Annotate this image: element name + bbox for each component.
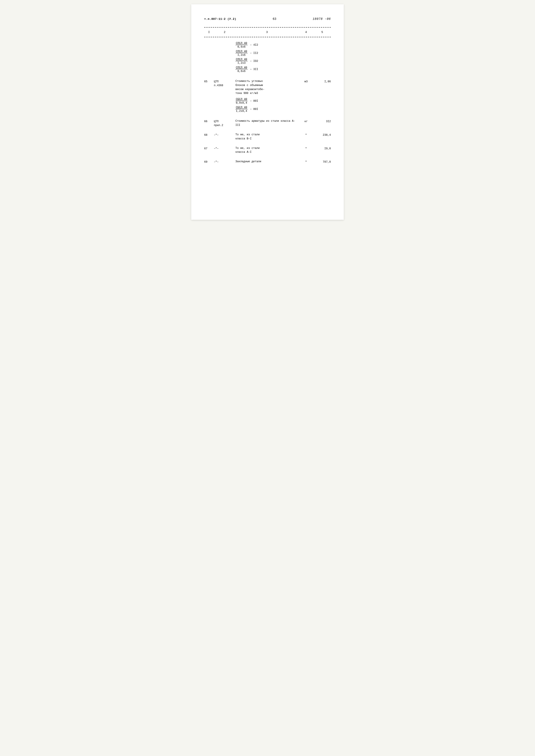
- header-right: 18078 -06: [313, 17, 331, 21]
- fraction-den-3: I,2х3: [237, 61, 246, 65]
- row-unit-68: ": [298, 133, 314, 137]
- formula-sbsl-80i-1: СБСЛ 40 0,9х0,4 – 80I: [236, 98, 296, 105]
- fraction-spsl-40-1: СПСЛ 40 0,6х6: [236, 42, 248, 49]
- row-val-spsl: [314, 42, 331, 42]
- table-row-67: 67 –"– То же, из сталикласса А–I " I9,8: [204, 146, 331, 155]
- formula-suffix-4: – 3II: [248, 68, 258, 72]
- fraction-sbsl-den-1: 0,9х0,4: [236, 101, 248, 105]
- row-num: [204, 42, 214, 42]
- row-ref: [214, 42, 236, 42]
- row-num-66: 66: [204, 119, 214, 124]
- col-header-5: 5: [314, 31, 331, 34]
- page: т.п.807-11-2 (У.2) 63 18078 -06 I 2 3 4 …: [191, 4, 344, 220]
- row-val-67: I9,8: [314, 146, 331, 151]
- formula-spsl-ii2: СПСЛ 40 I,2х6 – II2: [236, 50, 296, 57]
- formula-spsl-4i2: СПСЛ 40 0,6х6 – 4I2: [236, 42, 296, 49]
- row-num-65: 65: [204, 79, 214, 84]
- formula-sbsl-suffix-1: – 80I: [248, 99, 258, 103]
- table-body: СПСЛ 40 0,6х6 – 4I2 СПСЛ 40 I,2х6 – II2 …: [204, 42, 331, 164]
- row-unit-67: ": [298, 146, 314, 151]
- fraction-num-3: СПСЛ 40: [236, 58, 248, 61]
- table-row-69: 69 –"– Закладные детали " 787,8: [204, 160, 331, 164]
- row-val-65: I,86: [314, 79, 331, 84]
- fraction-num-4: СПСЛ 40: [236, 66, 248, 70]
- row-ref-67: –"–: [214, 146, 236, 151]
- formula-sbsl-80i-2: СБСЛ 40 I,2х0,4 – 80I: [236, 106, 296, 113]
- fraction-den-4: 0,6х6: [237, 70, 246, 73]
- fraction-num-2: СПСЛ 40: [236, 50, 248, 53]
- row-unit-66: кг: [298, 119, 314, 124]
- bottom-col-dashed-divider: [204, 37, 331, 37]
- col-header-4: 4: [298, 31, 314, 34]
- row-desc-67: То же, из сталикласса А–I: [236, 146, 298, 155]
- desc-text-66: Стоимость арматуры из стали класса А-III: [236, 120, 295, 127]
- fraction-spsl-40-4: СПСЛ 40 0,6х6: [236, 66, 248, 73]
- fraction-den-1: 0,6х6: [237, 45, 246, 49]
- row-ref-66: ЦТП прил.2: [214, 119, 236, 127]
- table-row-68: 68 –"– То же, из сталикласса В–I " 238,4: [204, 133, 331, 141]
- formula-suffix-1: – 4I2: [248, 43, 258, 47]
- row-ref-69: –"–: [214, 160, 236, 164]
- header-center: 63: [273, 17, 276, 21]
- table-row-65: 65 ЦТП п.4368 Стоимость угловыхблоков с …: [204, 79, 331, 114]
- fraction-num-1: СПСЛ 40: [236, 42, 248, 45]
- row-unit-69: ": [298, 160, 314, 164]
- row-val-69: 787,8: [314, 160, 331, 164]
- desc-text-69: Закладные детали: [236, 160, 261, 163]
- fraction-sbsl-num-2: СБСЛ 40: [236, 106, 248, 109]
- fraction-sbsl-num-1: СБСЛ 40: [236, 98, 248, 101]
- row-desc-66: Стоимость арматуры из стали класса А-III: [236, 119, 298, 127]
- fraction-sbsl-den-2: I,2х0,4: [236, 109, 248, 113]
- header-left: т.п.807-11-2 (У.2): [204, 17, 236, 21]
- column-headers: I 2 3 4 5: [204, 29, 331, 35]
- header: т.п.807-11-2 (У.2) 63 18078 -06: [204, 17, 331, 21]
- row-desc-69: Закладные детали: [236, 160, 298, 164]
- col-header-3: 3: [236, 31, 298, 34]
- row-desc-spsl-top: СПСЛ 40 0,6х6 – 4I2 СПСЛ 40 I,2х6 – II2 …: [236, 42, 298, 74]
- ref-line1-66: ЦТП: [214, 120, 236, 124]
- formula-suffix-2: – II2: [248, 51, 258, 55]
- formula-sbsl-suffix-2: – 80I: [248, 107, 258, 111]
- fraction-spsl-40-2: СПСЛ 40 I,2х6: [236, 50, 248, 57]
- col-header-2: 2: [214, 31, 236, 34]
- row-ref-65: ЦТП п.4368: [214, 79, 236, 87]
- row-val-68: 238,4: [314, 133, 331, 137]
- desc-text-68: То же, из сталикласса В–I: [236, 133, 260, 140]
- fraction-sbsl-40-2: СБСЛ 40 I,2х0,4: [236, 106, 248, 113]
- row-unit-spsl: [298, 42, 314, 42]
- formula-suffix-3: – IO2: [248, 59, 258, 63]
- table-row-66: 66 ЦТП прил.2 Стоимость арматуры из стал…: [204, 119, 331, 127]
- row-desc-68: То же, из сталикласса В–I: [236, 133, 298, 141]
- fraction-sbsl-40-1: СБСЛ 40 0,9х0,4: [236, 98, 248, 105]
- row-num-67: 67: [204, 146, 214, 151]
- row-num-69: 69: [204, 160, 214, 164]
- ref-line2-65: п.4368: [214, 84, 236, 87]
- row-desc-65: Стоимость угловыхблоков с объемнымвесом …: [236, 79, 298, 114]
- fraction-spsl-40-3: СПСЛ 40 I,2х3: [236, 58, 248, 65]
- fraction-den-2: I,2х6: [237, 53, 246, 57]
- ref-line1-65: ЦТП: [214, 80, 236, 84]
- row-num-68: 68: [204, 133, 214, 137]
- desc-text-67: То же, из сталикласса А–I: [236, 147, 260, 154]
- formula-spsl-3ii: СПСЛ 40 0,6х6 – 3II: [236, 66, 296, 73]
- row-desc-text-65: Стоимость угловыхблоков с объемнымвесом …: [236, 79, 296, 96]
- row-val-66: 3I2: [314, 119, 331, 124]
- formula-spsl-io2: СПСЛ 40 I,2х3 – IO2: [236, 58, 296, 65]
- table-row: СПСЛ 40 0,6х6 – 4I2 СПСЛ 40 I,2х6 – II2 …: [204, 42, 331, 74]
- row-unit-65: м3: [298, 79, 314, 84]
- top-dashed-divider: [204, 27, 331, 28]
- col-header-1: I: [204, 31, 214, 34]
- ref-line2-66: прил.2: [214, 124, 236, 127]
- row-ref-68: –"–: [214, 133, 236, 137]
